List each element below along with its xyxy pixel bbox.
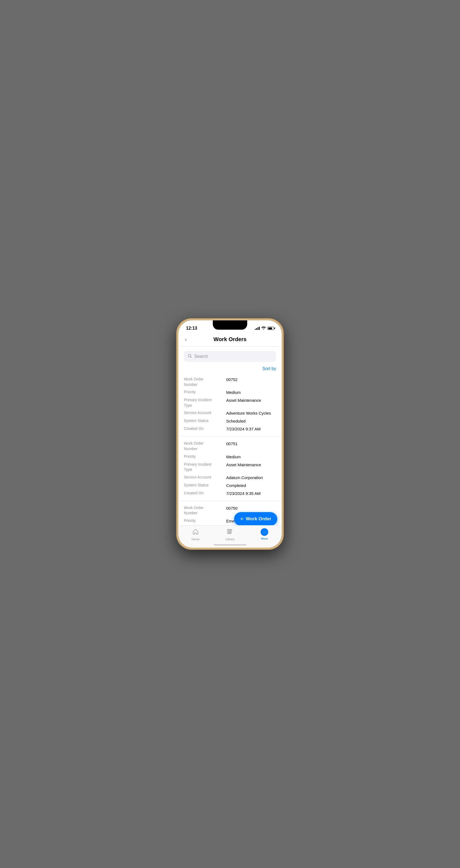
tab-home[interactable]: Home: [178, 528, 213, 541]
library-icon: [227, 528, 233, 536]
fab-plus-icon: +: [240, 516, 244, 522]
sort-container: Sort by: [178, 364, 282, 372]
notch: [213, 320, 247, 330]
field-label: Primary Incident Type: [184, 397, 226, 408]
status-icons: [255, 327, 274, 331]
status-time: 12:13: [186, 326, 197, 331]
field-value: 00750: [226, 505, 276, 511]
search-container: Search: [178, 347, 282, 364]
signal-icon: [255, 327, 260, 330]
svg-rect-1: [227, 529, 228, 534]
field-value: Completed: [226, 483, 276, 488]
sort-by-button[interactable]: Sort by: [262, 366, 276, 371]
field-value: 7/23/2024 9:37 AM: [226, 426, 276, 432]
tab-more[interactable]: ··· More: [247, 528, 282, 540]
field-label: Primary Incident Type: [184, 462, 226, 472]
field-value: 00752: [226, 377, 276, 382]
field-row: Primary Incident TypeAsset Maintenance: [184, 397, 276, 408]
field-row: Created On7/23/2024 9:35 AM: [184, 491, 276, 496]
field-row: System StatusScheduled: [184, 418, 276, 424]
page-title: Work Orders: [214, 336, 247, 342]
field-value: Adventure Works Cycles: [226, 410, 276, 416]
field-label: Work Order Number: [184, 505, 226, 516]
more-icon: ···: [260, 528, 268, 536]
field-value: Medium: [226, 454, 276, 460]
field-value: Medium: [226, 390, 276, 395]
field-label: Service Account: [184, 475, 226, 480]
create-work-order-fab[interactable]: + Work Order: [234, 512, 277, 526]
field-value: Asset Maintenance: [226, 397, 276, 403]
field-label: Priority: [184, 390, 226, 395]
field-row: Work Order Number00751: [184, 441, 276, 452]
tab-home-label: Home: [191, 537, 200, 541]
search-input[interactable]: Search: [194, 354, 208, 359]
field-value: 7/23/2024 9:35 AM: [226, 491, 276, 496]
field-value: Asset Maintenance: [226, 462, 276, 468]
search-input-wrapper[interactable]: Search: [184, 351, 276, 362]
back-button[interactable]: ‹: [183, 335, 189, 344]
field-label: Work Order Number: [184, 441, 226, 452]
field-label: System Status: [184, 483, 226, 488]
field-row: PriorityMedium: [184, 390, 276, 395]
tab-library-label: Library: [225, 537, 235, 541]
app-header: ‹ Work Orders: [178, 334, 282, 347]
field-value: 00751: [226, 441, 276, 446]
field-row: PriorityMedium: [184, 454, 276, 460]
field-row: Work Order Number00752: [184, 377, 276, 387]
fab-label: Work Order: [246, 516, 271, 522]
field-label: Service Account: [184, 410, 226, 416]
field-row: System StatusCompleted: [184, 483, 276, 488]
home-icon: [192, 528, 199, 536]
home-indicator: [214, 544, 246, 546]
field-label: Priority: [184, 518, 226, 524]
search-icon: [188, 354, 192, 359]
battery-icon: [268, 327, 274, 330]
field-row: Primary Incident TypeAsset Maintenance: [184, 462, 276, 472]
field-label: Work Order Number: [184, 377, 226, 387]
tab-library[interactable]: Library: [213, 528, 247, 541]
field-label: Created On: [184, 426, 226, 432]
tab-more-label: More: [261, 537, 268, 540]
field-label: Created On: [184, 491, 226, 496]
field-label: System Status: [184, 418, 226, 424]
field-value: Adatum Corporation: [226, 475, 276, 480]
wifi-icon: [262, 327, 266, 331]
field-row: Created On7/23/2024 9:37 AM: [184, 426, 276, 432]
work-order-item[interactable]: Work Order Number00751PriorityMediumPrim…: [178, 436, 282, 501]
field-row: Service AccountAdventure Works Cycles: [184, 410, 276, 416]
work-order-item[interactable]: Work Order Number00752PriorityMediumPrim…: [178, 372, 282, 436]
field-row: Service AccountAdatum Corporation: [184, 475, 276, 480]
field-label: Priority: [184, 454, 226, 459]
field-value: Scheduled: [226, 418, 276, 424]
